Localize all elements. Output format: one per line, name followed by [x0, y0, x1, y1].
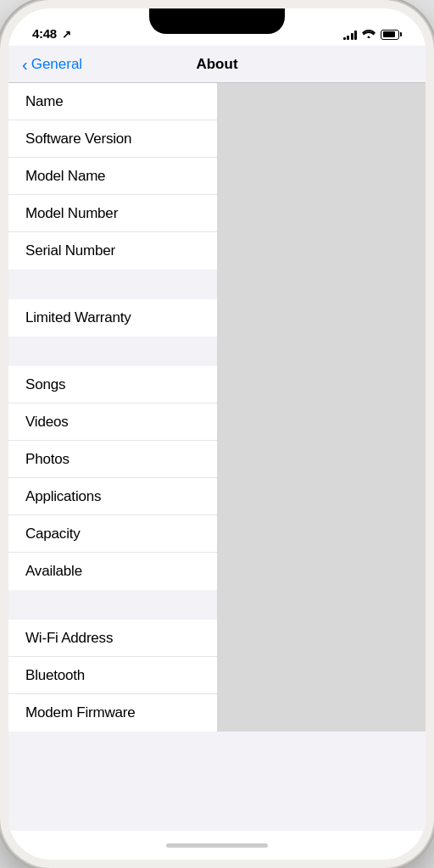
row-label: Name — [25, 93, 64, 110]
location-icon: ↗ — [62, 28, 71, 41]
row-label: Available — [25, 563, 82, 580]
home-indicator — [8, 831, 426, 860]
page-title: About — [196, 56, 237, 73]
scroll-content[interactable]: Name Software Version Model Name Model N… — [8, 83, 426, 831]
row-label: Wi-Fi Address — [25, 630, 113, 647]
row-label: Capacity — [25, 526, 81, 542]
notch — [149, 8, 285, 34]
row-label: Serial Number — [25, 242, 115, 259]
nav-bar: ‹ General About — [8, 46, 426, 83]
row-label: Applications — [25, 488, 101, 505]
status-icons — [343, 28, 403, 41]
row-label: Songs — [25, 376, 65, 393]
row-label: Modem Firmware — [25, 704, 135, 721]
right-overlay-panel — [217, 83, 426, 732]
wifi-icon — [362, 28, 376, 41]
scroll-inner: Name Software Version Model Name Model N… — [8, 83, 426, 732]
row-label: Model Name — [25, 168, 105, 185]
signal-icon — [343, 30, 358, 40]
home-bar — [166, 843, 268, 848]
row-label: Limited Warranty — [25, 309, 131, 326]
row-label: Videos — [25, 414, 68, 431]
phone-frame: 4:48 ↗ — [0, 0, 434, 868]
row-label: Software Version — [25, 131, 131, 147]
row-label: Bluetooth — [25, 667, 85, 684]
screen: 4:48 ↗ — [8, 8, 426, 860]
row-label: Photos — [25, 451, 70, 468]
chevron-left-icon: ‹ — [22, 56, 28, 73]
back-label: General — [31, 56, 82, 73]
status-time: 4:48 ↗ — [32, 26, 70, 41]
row-label: Model Number — [25, 205, 118, 222]
battery-icon — [381, 30, 402, 40]
time-display: 4:48 — [32, 26, 57, 41]
back-button[interactable]: ‹ General — [22, 56, 82, 73]
